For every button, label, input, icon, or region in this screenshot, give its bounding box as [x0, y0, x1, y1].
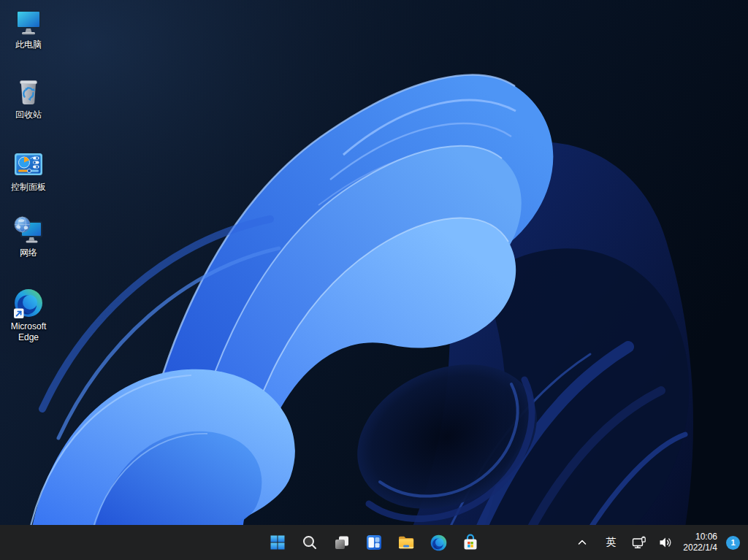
bloom-wallpaper-art [0, 0, 748, 560]
ime-label: 英 [606, 536, 616, 549]
clock-date: 2022/1/4 [683, 542, 717, 553]
windows-logo-icon [269, 534, 286, 551]
desktop-wallpaper [0, 0, 748, 560]
network-icon [12, 214, 45, 246]
desktop-icon-microsoft-edge[interactable]: Microsoft Edge [1, 288, 56, 343]
widgets-button[interactable] [359, 528, 389, 557]
desktop-icon-label: Microsoft Edge [1, 321, 56, 343]
hidden-icons-button[interactable] [569, 528, 595, 557]
notification-count: 1 [730, 538, 735, 547]
taskbar-center-icons [263, 528, 485, 557]
speaker-icon [657, 534, 673, 551]
control-panel-icon [12, 148, 45, 180]
store-button[interactable] [456, 528, 485, 557]
desktop-icon-label: 网络 [1, 248, 56, 258]
desktop-icon-recycle-bin[interactable]: 回收站 [1, 76, 56, 120]
clock-time: 10:06 [683, 532, 717, 542]
start-button[interactable] [263, 528, 292, 557]
network-button[interactable] [626, 528, 652, 557]
clock[interactable]: 10:06 2022/1/4 [679, 528, 722, 557]
desktop-icon-this-pc[interactable]: 此电脑 [1, 6, 56, 50]
microsoft-edge-icon [12, 288, 45, 320]
file-explorer-button[interactable] [392, 528, 421, 557]
this-pc-icon [12, 6, 45, 38]
task-view-icon [333, 534, 351, 551]
file-explorer-folder-icon [397, 533, 416, 552]
widgets-icon [365, 534, 383, 551]
microsoft-store-icon [462, 534, 479, 551]
ime-indicator[interactable]: 英 [595, 528, 626, 557]
system-tray: 英 10:06 2022/1/4 [569, 525, 747, 560]
recycle-bin-icon [12, 76, 45, 108]
desktop-icon-label: 回收站 [1, 110, 56, 120]
network-ethernet-icon [631, 534, 647, 551]
chevron-up-icon [576, 537, 588, 548]
desktop-icon-control-panel[interactable]: 控制面板 [1, 148, 56, 193]
search-button[interactable] [295, 528, 324, 557]
taskbar: 英 10:06 2022/1/4 [0, 525, 748, 560]
desktop-icon-label: 此电脑 [1, 39, 56, 50]
edge-taskbar-button[interactable] [424, 528, 453, 557]
microsoft-edge-icon [430, 534, 448, 552]
notification-badge[interactable]: 1 [726, 536, 740, 550]
search-icon [301, 534, 318, 551]
desktop-icon-network[interactable]: 网络 [1, 214, 56, 258]
task-view-button[interactable] [327, 528, 356, 557]
volume-button[interactable] [652, 528, 679, 557]
desktop-icon-label: 控制面板 [1, 182, 56, 193]
